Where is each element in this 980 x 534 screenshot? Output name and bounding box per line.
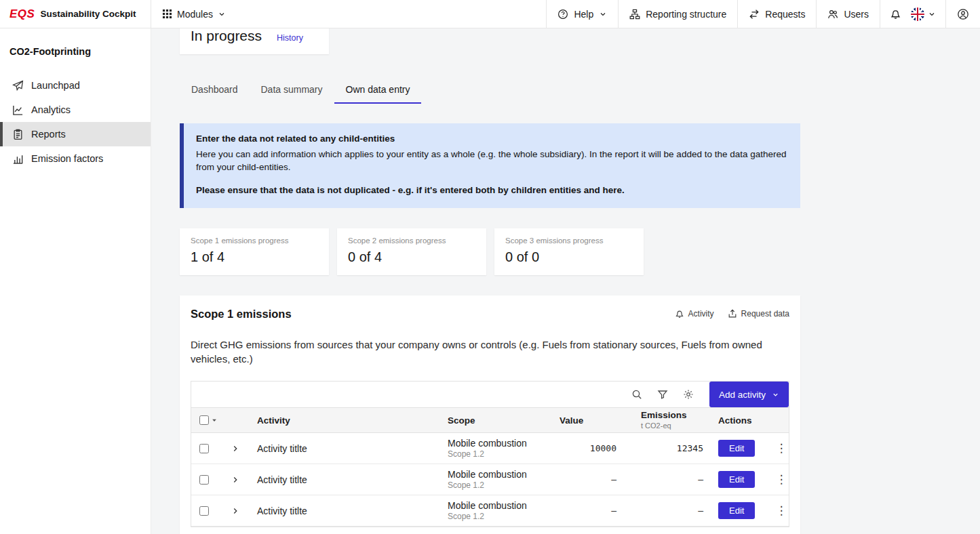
- scope-sub: Scope 1.2: [448, 480, 553, 490]
- activity-title: Activity titlte: [252, 506, 442, 516]
- value-cell: –: [553, 506, 625, 516]
- col-activity: Activity: [252, 415, 442, 426]
- col-actions: Actions: [711, 415, 789, 426]
- scope-sub: Scope 1.2: [448, 449, 553, 459]
- select-options-caret-icon[interactable]: [211, 417, 218, 424]
- tab-data-summary[interactable]: Data summary: [250, 76, 334, 104]
- row-checkbox[interactable]: [199, 475, 209, 485]
- app-title: Sustainability Cockpit: [40, 9, 136, 19]
- edit-button[interactable]: Edit: [718, 440, 755, 457]
- report-document-icon: [12, 129, 24, 140]
- col-scope: Scope: [442, 415, 553, 426]
- progress-cards: Scope 1 emissions progress 1 of 4 Scope …: [180, 228, 952, 275]
- info-title: Enter the data not related to any child-…: [196, 133, 788, 146]
- sidebar-item-launchpad[interactable]: Launchpad: [0, 73, 151, 98]
- emissions-cell: –: [625, 506, 711, 516]
- exchange-arrows-icon: [749, 9, 760, 20]
- row-checkbox[interactable]: [199, 444, 209, 453]
- search-icon[interactable]: [624, 389, 650, 400]
- grid-icon: [162, 9, 172, 19]
- activity-title: Activity titlte: [252, 474, 442, 485]
- expand-row-icon[interactable]: [231, 475, 240, 485]
- tab-own-data-entry[interactable]: Own data entry: [334, 76, 422, 104]
- edit-button[interactable]: Edit: [718, 502, 755, 519]
- filter-icon[interactable]: [650, 389, 675, 400]
- row-menu-icon[interactable]: ⋮: [775, 505, 787, 516]
- chevron-down-icon: [928, 10, 936, 18]
- emissions-cell: –: [625, 474, 711, 485]
- scope2-progress-card: Scope 2 emissions progress 0 of 4: [337, 228, 486, 275]
- row-menu-icon[interactable]: ⋮: [775, 474, 787, 485]
- gear-icon[interactable]: [675, 389, 701, 400]
- activity-title: Activity titlte: [252, 443, 442, 454]
- tab-dashboard[interactable]: Dashboard: [180, 76, 250, 104]
- uk-flag-icon: [911, 7, 924, 21]
- top-nav: Help Reporting structure Requests Users: [546, 0, 980, 28]
- chevron-down-icon: [599, 10, 607, 18]
- modules-menu[interactable]: Modules: [151, 0, 237, 28]
- language-selector[interactable]: [911, 7, 936, 21]
- info-body: Here you can add information which appli…: [196, 148, 788, 174]
- scope-name: Mobile combustion: [448, 469, 553, 480]
- progress-label: Scope 1 emissions progress: [191, 237, 318, 245]
- table-row: Activity titlte Mobile combustion Scope …: [191, 495, 789, 527]
- edit-button[interactable]: Edit: [718, 471, 755, 488]
- request-data-action[interactable]: Request data: [728, 309, 789, 319]
- expand-row-icon[interactable]: [231, 506, 240, 516]
- col-emissions: Emissions t CO2-eq: [625, 410, 711, 430]
- progress-label: Scope 2 emissions progress: [348, 237, 475, 245]
- value-cell: 10000: [553, 443, 625, 453]
- status-value: In progress: [191, 28, 262, 44]
- scope-name: Mobile combustion: [448, 500, 553, 511]
- top-bar: EQS Sustainability Cockpit Modules Help …: [0, 0, 980, 28]
- scope1-emissions-section: Scope 1 emissions Activity Request data …: [180, 295, 800, 534]
- table-row: Activity titlte Mobile combustion Scope …: [191, 433, 789, 464]
- org-chart-icon: [629, 9, 640, 20]
- activity-bell-icon: [675, 309, 684, 319]
- nav-reporting-structure[interactable]: Reporting structure: [618, 0, 737, 28]
- main-content: Status In progress History Dashboard Dat…: [151, 0, 952, 534]
- request-data-icon: [728, 309, 737, 319]
- scope1-progress-card: Scope 1 emissions progress 1 of 4: [180, 228, 329, 275]
- line-chart-icon: [12, 104, 24, 116]
- row-menu-icon[interactable]: ⋮: [775, 443, 787, 454]
- sidebar-item-label: Launchpad: [31, 80, 80, 91]
- emission-factors-icon: [12, 153, 24, 165]
- row-checkbox[interactable]: [199, 506, 209, 516]
- section-title: Scope 1 emissions: [191, 308, 292, 321]
- sidebar-item-analytics[interactable]: Analytics: [0, 98, 151, 122]
- chevron-down-icon: [772, 391, 779, 398]
- expand-row-icon[interactable]: [231, 444, 240, 453]
- sidebar-item-emission-factors[interactable]: Emission factors: [0, 146, 151, 171]
- table-row: Activity titlte Mobile combustion Scope …: [191, 464, 789, 495]
- nav-help[interactable]: Help: [546, 0, 618, 28]
- sidebar-item-reports[interactable]: Reports: [0, 122, 151, 146]
- progress-value: 0 of 0: [505, 249, 633, 265]
- history-link[interactable]: History: [277, 33, 303, 43]
- table-toolbar: Add activity: [191, 382, 789, 407]
- section-description: Direct GHG emissions from sources that y…: [191, 337, 777, 367]
- bell-icon[interactable]: [890, 8, 901, 20]
- nav-help-label: Help: [574, 9, 593, 20]
- add-activity-label: Add activity: [719, 390, 766, 400]
- nav-users[interactable]: Users: [816, 0, 880, 28]
- sidebar-title: CO2-Footprinting: [0, 42, 151, 60]
- col-emissions-unit: t CO2-eq: [641, 422, 711, 430]
- eqs-logo: EQS: [9, 7, 35, 21]
- nav-requests-label: Requests: [765, 9, 805, 20]
- paper-plane-icon: [12, 80, 24, 91]
- select-all-checkbox[interactable]: [199, 415, 209, 425]
- sidebar-menu: Launchpad Analytics Reports Emission fac…: [0, 73, 151, 171]
- activity-action[interactable]: Activity: [675, 309, 714, 319]
- account-menu[interactable]: [945, 0, 980, 28]
- account-icon: [957, 8, 969, 20]
- scope-sub: Scope 1.2: [448, 512, 553, 521]
- modules-label: Modules: [177, 9, 213, 20]
- progress-value: 0 of 4: [348, 249, 475, 265]
- emissions-cell: 12345: [625, 443, 711, 453]
- nav-users-label: Users: [844, 9, 869, 20]
- scope-name: Mobile combustion: [448, 438, 553, 449]
- nav-requests[interactable]: Requests: [737, 0, 816, 28]
- add-activity-button[interactable]: Add activity: [709, 382, 789, 407]
- progress-label: Scope 3 emissions progress: [505, 237, 633, 245]
